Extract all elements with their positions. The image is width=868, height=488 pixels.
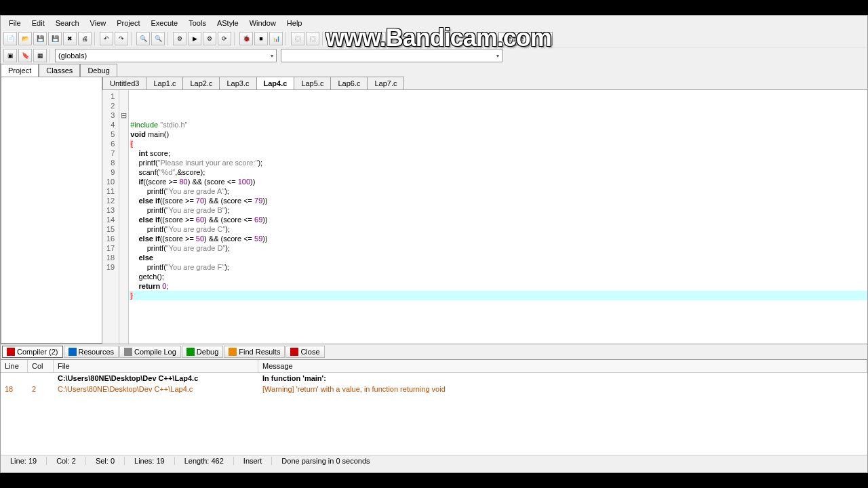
profile-icon[interactable]: 📊 <box>269 32 283 45</box>
menu-execute[interactable]: Execute <box>145 17 183 29</box>
redo-icon[interactable]: ↷ <box>115 32 128 45</box>
left-tab-classes[interactable]: Classes <box>39 64 80 77</box>
bottom-tab-find-results[interactable]: Find Results <box>224 346 285 358</box>
left-panel-tabs: ProjectClassesDebug <box>1 64 117 77</box>
debug-icon <box>186 348 195 356</box>
bottom-tab-debug[interactable]: Debug <box>182 346 223 358</box>
left-tab-project[interactable]: Project <box>1 64 39 77</box>
tool-icon[interactable]: ⬚ <box>306 32 319 45</box>
left-tab-debug[interactable]: Debug <box>80 64 117 77</box>
compiler-messages[interactable]: Line Col File Message C:\Users\80NE\Desk… <box>1 360 867 455</box>
search-icon[interactable]: 🔍 <box>136 32 150 45</box>
bottom-tab-compiler-[interactable]: Compiler (2) <box>2 346 63 358</box>
menu-file[interactable]: File <box>3 17 26 29</box>
find-results-icon <box>229 348 237 356</box>
print-icon[interactable]: 🖨 <box>78 32 92 45</box>
compile-icon[interactable]: ⚙ <box>173 32 186 45</box>
ide-window: FileEditSearchViewProjectExecuteToolsASt… <box>0 15 868 473</box>
file-tabs: Untitled3Lap1.cLap2.cLap3.cLap4.cLap5.cL… <box>102 77 867 90</box>
status-insert: Insert <box>234 457 273 465</box>
status-sel: Sel: 0 <box>86 457 125 465</box>
file-tab[interactable]: Lap5.c <box>294 77 331 89</box>
file-tab[interactable]: Lap2.c <box>182 77 220 89</box>
status-length: Length: 462 <box>175 457 234 465</box>
compile-run-icon[interactable]: ⚙ <box>203 32 216 45</box>
watermark-text: www.Bandicam.com <box>326 24 551 52</box>
compiler--icon <box>7 348 15 356</box>
scope-combo[interactable]: (globals) <box>55 49 277 62</box>
goto-icon[interactable]: ▣ <box>3 49 17 62</box>
new-file-icon[interactable]: 📄 <box>3 32 17 45</box>
close-icon <box>290 348 298 356</box>
file-tab[interactable]: Lap1.c <box>146 77 183 89</box>
menu-project[interactable]: Project <box>111 17 145 29</box>
debug-icon[interactable]: 🐞 <box>239 32 253 45</box>
save-all-icon[interactable]: 💾 <box>48 32 62 45</box>
message-header: Line Col File Message <box>1 360 867 373</box>
undo-icon[interactable]: ↶ <box>100 32 113 45</box>
col-line[interactable]: Line <box>1 360 28 372</box>
bookmark-icon[interactable]: 🔖 <box>18 49 32 62</box>
close-icon[interactable]: ✖ <box>63 32 77 45</box>
code-area[interactable]: #include "stdio.h"void main(){ int score… <box>129 90 867 344</box>
tool-icon[interactable]: ⬚ <box>291 32 304 45</box>
rebuild-icon[interactable]: ⟳ <box>218 32 231 45</box>
file-tab[interactable]: Lap4.c <box>256 77 295 89</box>
file-tab[interactable]: Lap6.c <box>330 77 368 89</box>
message-row[interactable]: C:\Users\80NE\Desktop\Dev C++\Lap4.cIn f… <box>1 373 867 384</box>
bottom-tab-resources[interactable]: Resources <box>64 346 119 358</box>
file-tab[interactable]: Lap3.c <box>219 77 256 89</box>
status-col: Col: 2 <box>47 457 86 465</box>
run-icon[interactable]: ▶ <box>188 32 201 45</box>
status-bar: Line: 19 Col: 2 Sel: 0 Lines: 19 Length:… <box>1 455 867 466</box>
menu-astyle[interactable]: AStyle <box>212 17 244 29</box>
menu-view[interactable]: View <box>85 17 112 29</box>
menu-search[interactable]: Search <box>50 17 85 29</box>
col-file[interactable]: File <box>54 360 258 372</box>
menu-tools[interactable]: Tools <box>183 17 212 29</box>
file-tab[interactable]: Lap7.c <box>367 77 404 89</box>
line-numbers: 12345678910111213141516171819 <box>102 90 119 344</box>
status-lines: Lines: 19 <box>125 457 175 465</box>
tool-icon[interactable]: ▦ <box>33 49 47 62</box>
col-message[interactable]: Message <box>258 360 867 372</box>
replace-icon[interactable]: 🔍 <box>151 32 165 45</box>
compile-log-icon <box>124 348 132 356</box>
code-editor[interactable]: 12345678910111213141516171819 ⊟ #include… <box>102 90 867 344</box>
status-line: Line: 19 <box>1 457 47 465</box>
bottom-tab-compile-log[interactable]: Compile Log <box>119 346 181 358</box>
menu-help[interactable]: Help <box>281 17 308 29</box>
bottom-panel-tabs: Compiler (2)ResourcesCompile LogDebugFin… <box>1 344 867 360</box>
status-done: Done parsing in 0 seconds <box>272 457 379 465</box>
resources-icon <box>68 348 77 356</box>
menu-window[interactable]: Window <box>244 17 281 29</box>
menu-edit[interactable]: Edit <box>26 17 50 29</box>
file-tab[interactable]: Untitled3 <box>102 77 146 89</box>
col-col[interactable]: Col <box>28 360 54 372</box>
message-row[interactable]: 182C:\Users\80NE\Desktop\Dev C++\Lap4.c[… <box>1 384 867 394</box>
open-icon[interactable]: 📂 <box>18 32 32 45</box>
save-icon[interactable]: 💾 <box>33 32 47 45</box>
fold-column[interactable]: ⊟ <box>119 90 129 344</box>
project-tree[interactable] <box>1 77 102 344</box>
stop-icon[interactable]: ■ <box>254 32 268 45</box>
bottom-tab-close[interactable]: Close <box>285 346 324 358</box>
